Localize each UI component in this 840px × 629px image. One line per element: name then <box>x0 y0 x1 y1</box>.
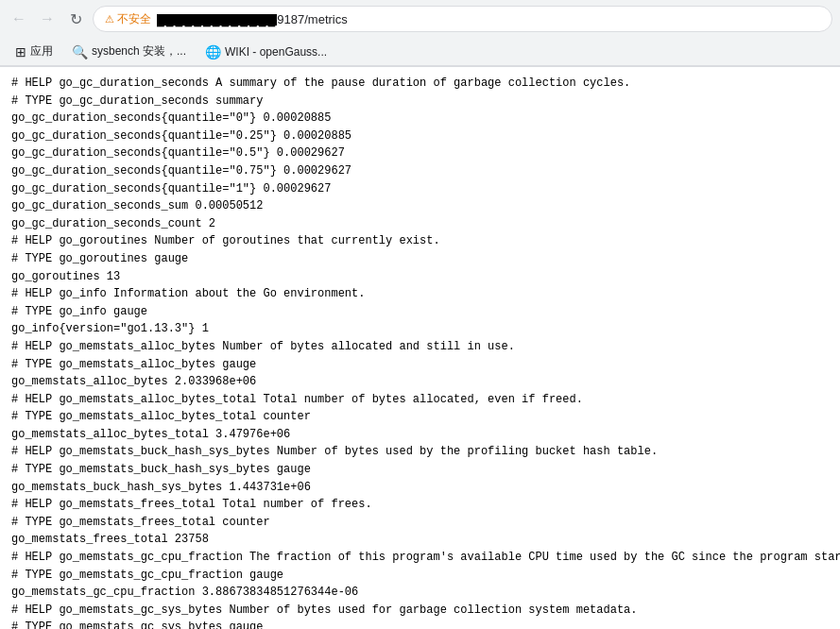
security-label: 不安全 <box>117 11 151 27</box>
bookmarks-bar: ⊞ 应用 🔍 sysbench 安装，... 🌐 WIKI - openGaus… <box>0 38 840 66</box>
browser-chrome: ← → ↻ ⚠ 不安全 █████████████9187/metrics ⊞ … <box>0 0 840 67</box>
forward-button[interactable]: → <box>36 8 59 30</box>
security-warning-icon: ⚠ 不安全 <box>105 11 151 27</box>
bookmark-apps-label: 应用 <box>30 43 53 60</box>
metrics-content: # HELP go_gc_duration_seconds A summary … <box>0 67 840 629</box>
wiki-icon: 🌐 <box>205 44 221 60</box>
sysbench-icon: 🔍 <box>72 44 88 60</box>
bookmark-sysbench[interactable]: 🔍 sysbench 安装，... <box>64 41 194 62</box>
address-bar[interactable]: ⚠ 不安全 █████████████9187/metrics <box>93 6 832 32</box>
url-suffix: 9187/metrics <box>277 12 347 26</box>
apps-icon: ⊞ <box>15 44 26 60</box>
bookmark-wiki[interactable]: 🌐 WIKI - openGauss... <box>197 42 334 62</box>
bookmark-apps[interactable]: ⊞ 应用 <box>8 41 60 62</box>
back-button[interactable]: ← <box>8 8 30 30</box>
url-display: █████████████9187/metrics <box>157 12 820 26</box>
url-obfuscated: █████████████ <box>157 14 277 26</box>
bookmark-sysbench-label: sysbench 安装，... <box>92 43 186 60</box>
nav-bar: ← → ↻ ⚠ 不安全 █████████████9187/metrics <box>0 0 840 38</box>
bookmark-wiki-label: WIKI - openGauss... <box>225 45 327 59</box>
reload-button[interactable]: ↻ <box>64 8 87 30</box>
